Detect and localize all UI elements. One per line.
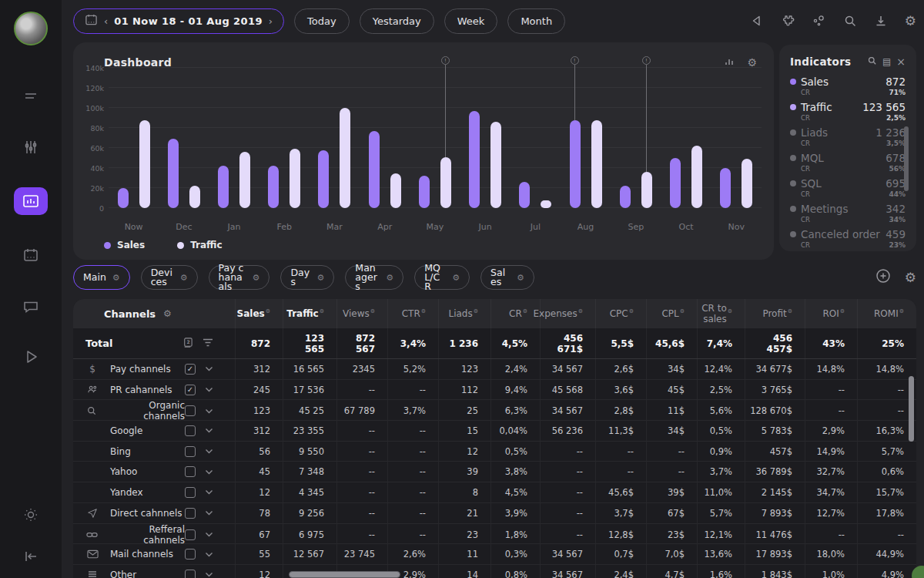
column-header-sales[interactable]: Sales⚙ [235, 299, 283, 328]
traffic-bar[interactable] [239, 152, 250, 208]
table-row-mail-channels[interactable]: Mail channels5512 56723 7452,6%110,3%34 … [73, 544, 916, 565]
filters-sliders-icon[interactable] [20, 136, 42, 158]
collapse-sidebar-icon[interactable] [20, 546, 42, 567]
chip-settings-icon[interactable]: ⚙ [180, 273, 188, 283]
date-prev-icon[interactable]: ‹ [104, 15, 108, 27]
dashboard-nav-icon[interactable] [14, 187, 48, 215]
indicator-item[interactable]: Meetings342CR34% [790, 203, 906, 223]
search-icon[interactable] [843, 14, 857, 28]
column-header-roi[interactable]: ROI⚙ [805, 299, 857, 328]
indicator-item[interactable]: SQL695CR44% [790, 177, 906, 198]
column-header-cr[interactable]: CR⚙ [490, 299, 540, 328]
date-range-picker[interactable]: ‹ 01 Now 18 - 01 Aug 2019 › [73, 8, 284, 34]
annotation-line[interactable]: ! [574, 65, 575, 120]
table-horizontal-scrollbar[interactable] [289, 571, 400, 578]
column-header-expenses[interactable]: Expenses⚙ [540, 299, 595, 328]
row-checkbox[interactable] [185, 446, 196, 457]
filter-chip-sales[interactable]: Sales⚙ [480, 265, 534, 290]
yesterday-button[interactable]: Yestarday [360, 8, 434, 34]
filter-chip-devices[interactable]: Devices⚙ [141, 265, 198, 290]
row-expand-icon[interactable] [205, 469, 213, 475]
calendar-nav-icon[interactable] [20, 244, 42, 266]
traffic-bar[interactable] [541, 200, 551, 208]
row-checkbox[interactable] [185, 549, 196, 560]
table-row-pr-cahannels[interactable]: PR cahannels✓24517 536----1129,4%45 5683… [73, 380, 916, 401]
chat-nav-icon[interactable] [20, 295, 42, 317]
column-info-icon[interactable]: ⚙ [474, 308, 478, 314]
column-info-icon[interactable]: ⚙ [899, 308, 904, 314]
legend-item[interactable]: Traffic [177, 240, 222, 250]
indicators-table-icon[interactable]: ▤ [882, 56, 891, 67]
row-checkbox[interactable]: ✓ [185, 364, 196, 375]
traffic-bar[interactable] [490, 122, 501, 208]
copy-pages-icon[interactable]: 2 [182, 337, 193, 351]
sales-bar[interactable] [218, 166, 229, 208]
column-info-icon[interactable]: ⚙ [370, 308, 375, 314]
sales-bar[interactable] [570, 120, 581, 208]
indicator-item[interactable]: Traffic123 565CR2,5% [790, 101, 906, 122]
indicator-item[interactable]: MQL678CR56% [790, 152, 906, 173]
table-row-yandex[interactable]: Yandex124 345----84,5%--45,6$39$11,0%2 1… [73, 482, 916, 503]
traffic-bar[interactable] [189, 186, 200, 208]
channels-settings-icon[interactable]: ⚙ [163, 308, 172, 319]
sales-bar[interactable] [419, 176, 430, 208]
column-header-cr-to-sales[interactable]: CR to sales⚙ [697, 299, 745, 328]
row-expand-icon[interactable] [205, 489, 213, 495]
chip-settings-icon[interactable]: ⚙ [112, 273, 120, 283]
annotation-line[interactable]: ! [445, 65, 446, 157]
column-header-ctr[interactable]: CTR⚙ [387, 299, 438, 328]
table-row-refferal-cahnnels[interactable]: Refferal cahnnels676 975----231,8%--12,8… [73, 524, 916, 545]
indicators-close-icon[interactable]: × [896, 55, 906, 68]
chips-settings-icon[interactable]: ⚙ [905, 270, 916, 285]
table-row-pay-channels[interactable]: $Pay channels✓31216 56523455,2%1232,4%34… [73, 359, 916, 380]
row-checkbox[interactable] [185, 425, 196, 436]
row-checkbox[interactable] [185, 487, 196, 498]
plugins-puzzle-icon[interactable] [780, 14, 795, 29]
download-icon[interactable] [874, 14, 888, 28]
table-row-bing[interactable]: Bing569 550----120,5%------0,9%457$14,9%… [73, 442, 916, 462]
sales-bar[interactable] [670, 158, 681, 208]
play-nav-icon[interactable] [20, 346, 42, 368]
month-button[interactable]: Month [507, 8, 565, 34]
table-row-google[interactable]: Google31223 355----150,04%56 23611,3$34$… [73, 421, 916, 442]
row-expand-icon[interactable] [205, 552, 213, 557]
sales-bar[interactable] [720, 168, 731, 208]
sales-bar[interactable] [469, 111, 480, 208]
annotation-marker-icon[interactable]: ! [571, 56, 579, 65]
table-row-direct-cahnnels[interactable]: Direct cahnnels789 256----213,9%--3,7$67… [73, 503, 916, 524]
table-row-organic-channels[interactable]: Organic channels12345 2567 7893,7%256,3%… [73, 400, 916, 421]
column-info-icon[interactable]: ⚙ [523, 308, 527, 314]
theme-brightness-icon[interactable] [20, 504, 42, 526]
filter-funnel-icon[interactable] [203, 338, 213, 349]
row-expand-icon[interactable] [205, 428, 213, 433]
sales-bar[interactable] [168, 139, 179, 208]
chip-settings-icon[interactable]: ⚙ [386, 273, 393, 283]
row-expand-icon[interactable] [205, 449, 213, 454]
chip-settings-icon[interactable]: ⚙ [316, 273, 324, 283]
column-info-icon[interactable]: ⚙ [788, 308, 792, 314]
indicator-item[interactable]: Canceled order459CR23% [790, 228, 906, 249]
row-checkbox[interactable] [185, 466, 196, 477]
indicator-item[interactable]: Sales872CR71% [790, 76, 906, 96]
column-header-cpl[interactable]: CPL⚙ [646, 299, 697, 328]
traffic-bar[interactable] [340, 108, 350, 208]
row-expand-icon[interactable] [205, 572, 213, 577]
chip-settings-icon[interactable]: ⚙ [253, 273, 260, 283]
row-expand-icon[interactable] [205, 387, 213, 392]
table-vertical-scrollbar[interactable] [909, 376, 914, 442]
traffic-bar[interactable] [390, 173, 401, 209]
table-row-other[interactable]: Other124 7801 0482,9%140,8%34 5672,4$4,7… [73, 565, 916, 578]
row-checkbox[interactable] [185, 529, 196, 540]
table-row-yahoo[interactable]: Yahoo457 348----393,8%------3,7%36 789$3… [73, 462, 916, 482]
sales-bar[interactable] [620, 186, 631, 208]
traffic-bar[interactable] [440, 157, 451, 208]
indicators-search-icon[interactable] [867, 55, 877, 68]
legend-item[interactable]: Sales [104, 240, 145, 250]
annotation-line[interactable]: ! [646, 65, 647, 172]
sales-bar[interactable] [519, 182, 530, 208]
row-checkbox[interactable]: ✓ [185, 385, 196, 395]
traffic-bar[interactable] [139, 120, 150, 208]
row-expand-icon[interactable] [205, 510, 213, 516]
chip-settings-icon[interactable]: ⚙ [452, 273, 460, 283]
row-expand-icon[interactable] [205, 532, 213, 537]
